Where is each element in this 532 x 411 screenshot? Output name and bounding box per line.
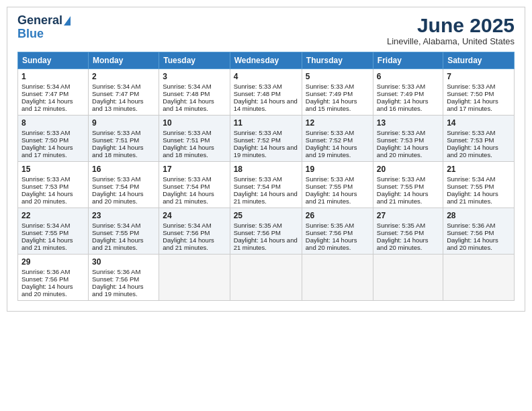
logo-triangle-icon xyxy=(64,16,71,26)
sunset-text: Sunset: 7:54 PM xyxy=(92,183,155,190)
calendar-cell-day-1: 1Sunrise: 5:34 AMSunset: 7:47 PMDaylight… xyxy=(18,69,89,116)
calendar-cell-empty xyxy=(443,255,515,301)
daylight-text: Daylight: 14 hours and 18 minutes. xyxy=(163,144,226,158)
sunrise-text: Sunrise: 5:34 AM xyxy=(21,222,85,229)
daylight-text: Daylight: 14 hours and 21 minutes. xyxy=(163,190,226,205)
weekday-header-friday: Friday xyxy=(373,52,443,69)
sunrise-text: Sunrise: 5:36 AM xyxy=(92,268,155,275)
calendar-cell-day-27: 27Sunrise: 5:35 AMSunset: 7:56 PMDayligh… xyxy=(373,208,443,255)
daylight-text: Daylight: 14 hours and 21 minutes. xyxy=(377,190,439,205)
sunset-text: Sunset: 7:53 PM xyxy=(447,136,511,144)
sunrise-text: Sunrise: 5:33 AM xyxy=(234,83,298,90)
sunrise-text: Sunrise: 5:35 AM xyxy=(377,222,439,229)
day-number: 29 xyxy=(21,257,85,267)
day-number: 27 xyxy=(377,211,439,220)
sunrise-text: Sunrise: 5:33 AM xyxy=(21,129,85,136)
calendar-cell-day-29: 29Sunrise: 5:36 AMSunset: 7:56 PMDayligh… xyxy=(18,255,89,301)
day-number: 11 xyxy=(234,118,298,128)
sunrise-text: Sunrise: 5:34 AM xyxy=(163,222,226,229)
sunrise-text: Sunrise: 5:33 AM xyxy=(21,175,85,183)
sunrise-text: Sunrise: 5:33 AM xyxy=(234,129,298,136)
day-number: 5 xyxy=(306,72,369,81)
calendar-week-row: 29Sunrise: 5:36 AMSunset: 7:56 PMDayligh… xyxy=(18,255,515,301)
daylight-text: Daylight: 14 hours and 13 minutes. xyxy=(92,97,155,112)
calendar-week-row: 8Sunrise: 5:33 AMSunset: 7:50 PMDaylight… xyxy=(18,116,515,162)
calendar-cell-day-30: 30Sunrise: 5:36 AMSunset: 7:56 PMDayligh… xyxy=(89,255,159,301)
sunrise-text: Sunrise: 5:35 AM xyxy=(306,222,369,229)
daylight-text: Daylight: 14 hours and 20 minutes. xyxy=(447,144,511,158)
sunset-text: Sunset: 7:48 PM xyxy=(163,90,226,97)
page-header: General Blue June 2025 Lineville, Alabam… xyxy=(17,14,515,46)
sunrise-text: Sunrise: 5:33 AM xyxy=(92,175,155,183)
day-number: 20 xyxy=(377,165,439,174)
sunset-text: Sunset: 7:55 PM xyxy=(21,229,85,236)
sunset-text: Sunset: 7:51 PM xyxy=(163,136,226,144)
daylight-text: Daylight: 14 hours and 20 minutes. xyxy=(21,283,85,298)
daylight-text: Daylight: 14 hours and 12 minutes. xyxy=(21,97,85,112)
day-number: 13 xyxy=(377,118,439,128)
daylight-text: Daylight: 14 hours and 19 minutes. xyxy=(234,144,298,158)
sunset-text: Sunset: 7:50 PM xyxy=(447,90,511,97)
logo-text-blue: Blue xyxy=(17,28,44,41)
sunrise-text: Sunrise: 5:33 AM xyxy=(447,129,511,136)
calendar-cell-day-25: 25Sunrise: 5:35 AMSunset: 7:56 PMDayligh… xyxy=(230,208,302,255)
sunset-text: Sunset: 7:56 PM xyxy=(234,229,298,236)
calendar-cell-day-26: 26Sunrise: 5:35 AMSunset: 7:56 PMDayligh… xyxy=(302,208,373,255)
day-number: 8 xyxy=(21,118,85,128)
sunrise-text: Sunrise: 5:34 AM xyxy=(447,175,511,183)
calendar-cell-day-3: 3Sunrise: 5:34 AMSunset: 7:48 PMDaylight… xyxy=(159,69,230,116)
calendar-cell-empty xyxy=(230,255,302,301)
weekday-header-tuesday: Tuesday xyxy=(159,52,230,69)
daylight-text: Daylight: 14 hours and 20 minutes. xyxy=(92,190,155,205)
calendar-cell-day-24: 24Sunrise: 5:34 AMSunset: 7:56 PMDayligh… xyxy=(159,208,230,255)
day-number: 23 xyxy=(92,211,155,220)
daylight-text: Daylight: 14 hours and 21 minutes. xyxy=(447,190,511,205)
sunrise-text: Sunrise: 5:34 AM xyxy=(92,222,155,229)
sunrise-text: Sunrise: 5:33 AM xyxy=(377,175,439,183)
day-number: 10 xyxy=(163,118,226,128)
day-number: 3 xyxy=(163,72,226,81)
sunset-text: Sunset: 7:49 PM xyxy=(377,90,439,97)
calendar-cell-day-13: 13Sunrise: 5:33 AMSunset: 7:53 PMDayligh… xyxy=(373,116,443,162)
month-title: June 2025 xyxy=(387,14,515,36)
sunset-text: Sunset: 7:55 PM xyxy=(92,229,155,236)
calendar-cell-day-17: 17Sunrise: 5:33 AMSunset: 7:54 PMDayligh… xyxy=(159,162,230,208)
calendar-cell-day-28: 28Sunrise: 5:36 AMSunset: 7:56 PMDayligh… xyxy=(443,208,515,255)
sunrise-text: Sunrise: 5:34 AM xyxy=(21,83,85,90)
daylight-text: Daylight: 14 hours and 21 minutes. xyxy=(92,236,155,251)
calendar-cell-day-5: 5Sunrise: 5:33 AMSunset: 7:49 PMDaylight… xyxy=(302,69,373,116)
daylight-text: Daylight: 14 hours and 17 minutes. xyxy=(447,97,511,112)
day-number: 30 xyxy=(92,257,155,267)
daylight-text: Daylight: 14 hours and 19 minutes. xyxy=(306,144,369,158)
sunset-text: Sunset: 7:56 PM xyxy=(92,275,155,283)
day-number: 7 xyxy=(447,72,511,81)
weekday-header-monday: Monday xyxy=(89,52,159,69)
calendar-cell-day-10: 10Sunrise: 5:33 AMSunset: 7:51 PMDayligh… xyxy=(159,116,230,162)
daylight-text: Daylight: 14 hours and 16 minutes. xyxy=(377,97,439,112)
day-number: 4 xyxy=(234,72,298,81)
day-number: 28 xyxy=(447,211,511,220)
sunset-text: Sunset: 7:52 PM xyxy=(306,136,369,144)
day-number: 26 xyxy=(306,211,369,220)
calendar-table: SundayMondayTuesdayWednesdayThursdayFrid… xyxy=(17,52,515,301)
calendar-header-row: SundayMondayTuesdayWednesdayThursdayFrid… xyxy=(18,52,515,69)
sunrise-text: Sunrise: 5:33 AM xyxy=(306,129,369,136)
sunset-text: Sunset: 7:47 PM xyxy=(92,90,155,97)
calendar-cell-day-11: 11Sunrise: 5:33 AMSunset: 7:52 PMDayligh… xyxy=(230,116,302,162)
daylight-text: Daylight: 14 hours and 17 minutes. xyxy=(21,144,85,158)
daylight-text: Daylight: 14 hours and 21 minutes. xyxy=(163,236,226,251)
daylight-text: Daylight: 14 hours and 20 minutes. xyxy=(377,144,439,158)
sunrise-text: Sunrise: 5:34 AM xyxy=(92,83,155,90)
sunset-text: Sunset: 7:56 PM xyxy=(447,229,511,236)
sunset-text: Sunset: 7:49 PM xyxy=(306,90,369,97)
daylight-text: Daylight: 14 hours and 21 minutes. xyxy=(234,236,298,251)
daylight-text: Daylight: 14 hours and 21 minutes. xyxy=(234,190,298,205)
logo-text-general: General xyxy=(17,14,62,28)
sunset-text: Sunset: 7:54 PM xyxy=(163,183,226,190)
calendar-cell-day-6: 6Sunrise: 5:33 AMSunset: 7:49 PMDaylight… xyxy=(373,69,443,116)
sunrise-text: Sunrise: 5:34 AM xyxy=(163,83,226,90)
day-number: 12 xyxy=(306,118,369,128)
calendar-cell-empty xyxy=(373,255,443,301)
day-number: 9 xyxy=(92,118,155,128)
daylight-text: Daylight: 14 hours and 15 minutes. xyxy=(306,97,369,112)
